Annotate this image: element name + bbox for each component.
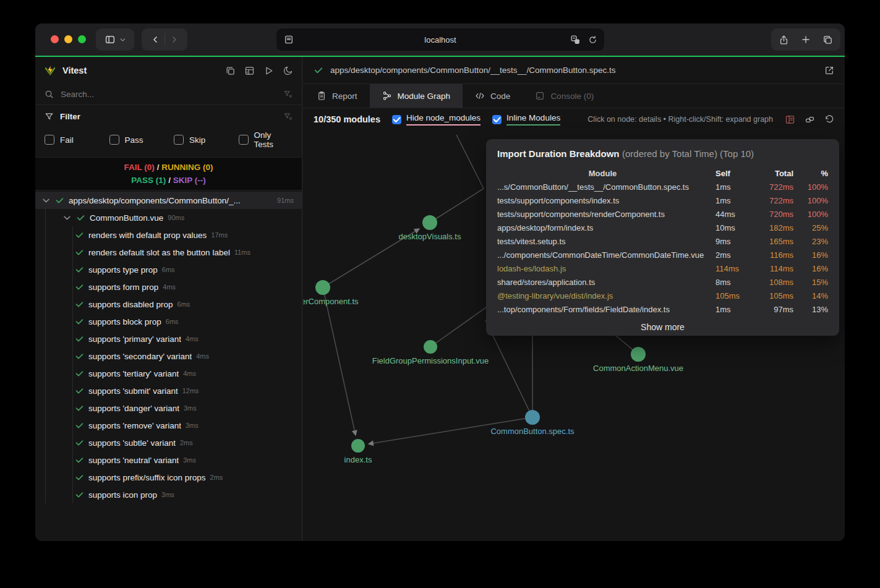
filter-checkbox-fail[interactable]: Fail [45,135,109,145]
translate-icon[interactable] [570,35,581,45]
back-button[interactable] [150,35,160,45]
hide-node-modules-checkbox[interactable]: Hide node_modules [392,113,481,126]
new-tab-icon[interactable] [801,35,811,45]
url-text[interactable]: localhost [424,35,456,45]
legend-icon[interactable] [785,114,795,125]
test-label: supports 'secondary' variant [88,352,192,361]
test-row[interactable]: renders with default prop values17ms [35,226,302,244]
filter-option-label[interactable]: Skip [189,135,205,145]
checkbox-icon[interactable] [45,135,54,145]
reset-graph-icon[interactable] [824,114,834,124]
total-time: 165ms [755,235,793,249]
graph-node-CommonActionMenu[interactable] [631,347,646,362]
search-input[interactable]: Search... [61,90,94,99]
test-row[interactable]: supports disabled prop6ms [35,296,302,313]
nav-buttons [142,28,187,51]
filter-option-label[interactable]: Only Tests [254,130,293,149]
reader-icon[interactable] [284,35,294,45]
address-bar[interactable]: localhost [276,28,604,51]
test-row[interactable]: renders default slot as the button label… [35,244,302,261]
test-row[interactable]: supports 'submit' variant12ms [35,382,302,399]
chevron-down-icon[interactable] [41,196,51,205]
test-row[interactable]: supports block prop6ms [35,313,302,330]
graph-node-label[interactable]: erComponent.ts [303,297,359,306]
clear-filters-icon[interactable] [283,112,293,121]
search-bar[interactable]: Search... [35,84,302,105]
test-row[interactable]: supports type prop6ms [35,261,302,278]
checkbox-icon[interactable] [174,135,184,145]
import-duration-row: tests/support/components/index.ts1ms722m… [497,194,828,208]
inline-modules-label[interactable]: Inline Modules [506,113,560,126]
expand-graph-icon[interactable] [805,114,815,125]
graph-node-label[interactable]: CommonActionMenu.vue [593,364,683,373]
sidebar-toggle-group[interactable] [96,28,134,51]
dashboard-icon[interactable] [225,66,236,76]
zoom-window-button[interactable] [78,35,86,43]
checked-checkbox-icon[interactable] [492,115,502,124]
test-row[interactable]: supports icon prop3ms [35,486,302,503]
graph-node-index[interactable] [351,439,365,453]
module-name: shared/stores/application.ts [497,276,708,289]
run-all-icon[interactable] [263,66,274,76]
checkbox-icon[interactable] [239,135,249,145]
test-label: supports 'tertiary' variant [88,369,179,378]
tab-label[interactable]: Code [490,92,510,101]
suite-row[interactable]: CommonButton.vue90ms [35,209,302,226]
inline-modules-checkbox[interactable]: Inline Modules [492,113,560,126]
checkbox-icon[interactable] [109,135,119,145]
close-window-button[interactable] [51,35,59,43]
filter-option-label[interactable]: Pass [125,135,143,145]
filter-checkbox-only-tests[interactable]: Only Tests [239,130,293,149]
tab-overview-icon[interactable] [822,35,833,45]
percent-value: 14% [801,289,828,303]
total-time: 105ms [755,289,793,303]
tab-label[interactable]: Console (0) [550,92,594,101]
graph-node-erComponent[interactable] [315,280,330,295]
open-in-editor-icon[interactable] [824,66,834,75]
filter-option-label[interactable]: Fail [60,135,74,145]
test-row[interactable]: supports prefix/suffix icon props2ms [35,469,302,486]
graph-node-FieldGroupPermissionsInput[interactable] [424,340,437,354]
pass-check-icon [55,196,64,205]
tab-module-graph[interactable]: Module Graph [370,84,463,108]
test-row[interactable]: supports 'subtle' variant2ms [35,434,302,451]
chevron-down-icon[interactable] [119,36,126,43]
coverage-icon[interactable] [244,66,255,76]
minimize-window-button[interactable] [64,35,72,43]
test-row[interactable]: supports form prop4ms [35,278,302,296]
dark-mode-icon[interactable] [283,66,293,76]
tab-report[interactable]: Report [304,84,370,108]
test-row[interactable]: supports 'danger' variant3ms [35,399,302,417]
filter-checkbox-skip[interactable]: Skip [174,135,239,145]
tab-console-0[interactable]: Console (0) [523,84,606,108]
graph-node-label[interactable]: CommonButton.spec.ts [490,427,575,436]
graph-node-label[interactable]: FieldGroupPermissionsInput.vue [372,356,489,365]
test-row[interactable]: supports 'tertiary' variant4ms [35,365,302,382]
test-label: supports 'neutral' variant [88,456,179,465]
filter-checkbox-pass[interactable]: Pass [109,135,174,145]
sidebar-toggle-icon[interactable] [105,34,116,45]
checked-checkbox-icon[interactable] [392,115,401,124]
share-icon[interactable] [779,35,789,45]
graph-node-label[interactable]: index.ts [344,455,372,464]
graph-node-label[interactable]: desktopVisuals.ts [399,232,461,241]
forward-button[interactable] [169,35,179,45]
tab-label[interactable]: Module Graph [398,92,451,101]
test-row[interactable]: supports 'remove' variant3ms [35,417,302,434]
tab-label[interactable]: Report [332,92,357,101]
test-row[interactable]: supports 'secondary' variant4ms [35,347,302,365]
clear-search-filter-icon[interactable] [283,90,293,99]
graph-node-CommonButtonSpec[interactable] [525,410,540,425]
show-more-button[interactable]: Show more [497,322,828,332]
reload-icon[interactable] [588,35,597,45]
test-row[interactable]: supports 'primary' variant4ms [35,330,302,347]
percent-value: 100% [801,208,828,221]
chevron-down-icon[interactable] [62,213,72,223]
hide-node-modules-label[interactable]: Hide node_modules [406,113,481,126]
fail-count: FAIL (0) [124,163,155,172]
test-row[interactable]: supports 'neutral' variant3ms [35,451,302,469]
graph-node-desktopVisuals[interactable] [422,215,437,230]
test-duration: 2ms [180,439,193,446]
suite-row[interactable]: apps/desktop/components/CommonButton/_..… [35,192,302,209]
tab-code[interactable]: Code [463,84,523,108]
